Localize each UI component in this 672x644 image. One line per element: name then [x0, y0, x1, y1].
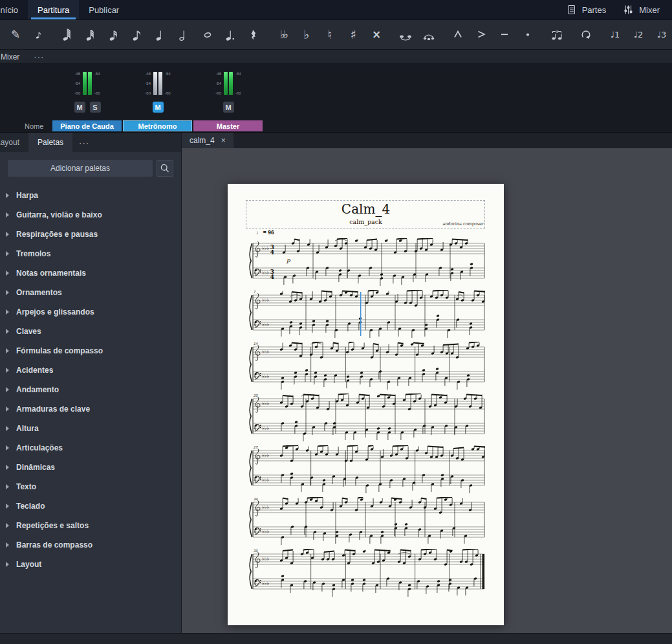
expand-arrow-icon[interactable]	[6, 484, 9, 489]
duration-eighth-button[interactable]	[126, 24, 149, 46]
duration-half-button[interactable]	[173, 24, 196, 46]
flip-direction-button[interactable]	[574, 24, 598, 46]
mixer-overflow-menu-icon[interactable]: ···	[30, 51, 48, 62]
palette-item[interactable]: Notas ornamentais	[0, 263, 181, 283]
flat-button[interactable]: ♭	[295, 24, 318, 46]
score-composer[interactable]: andorina.composer	[442, 221, 484, 227]
search-palettes-button[interactable]	[157, 160, 173, 177]
palette-item[interactable]: Layout	[0, 555, 181, 574]
music-system[interactable]: ♭♭♭♭♭♭20	[249, 394, 485, 443]
expand-arrow-icon[interactable]	[6, 309, 9, 315]
palette-item[interactable]: Armaduras de clave	[0, 399, 181, 419]
expand-arrow-icon[interactable]	[6, 251, 9, 256]
augmentation-dot-button[interactable]	[219, 24, 243, 46]
expand-arrow-icon[interactable]	[6, 426, 9, 431]
music-system[interactable]: ♭♭♭♭♭♭27	[249, 445, 485, 494]
expand-arrow-icon[interactable]	[6, 523, 9, 528]
mixer-channel[interactable]: -48-54-60 -54-60 M S Piano de Cauda	[52, 64, 122, 132]
duration-16th-button[interactable]	[103, 24, 126, 46]
panel-overflow-menu-icon[interactable]: ···	[72, 133, 96, 152]
palette-item[interactable]: Andamento	[0, 380, 181, 399]
solo-button[interactable]: S	[90, 102, 101, 113]
parts-button[interactable]: Partes	[558, 0, 615, 19]
expand-arrow-icon[interactable]	[6, 232, 9, 237]
tab-paletas[interactable]: Paletas	[28, 133, 72, 152]
expand-arrow-icon[interactable]	[6, 271, 9, 276]
expand-arrow-icon[interactable]	[6, 562, 9, 567]
duration-whole-button[interactable]	[196, 24, 219, 46]
marcato-button[interactable]	[446, 24, 470, 46]
palette-item[interactable]: Altura	[0, 419, 181, 438]
double-flat-button[interactable]: ♭♭	[272, 24, 295, 46]
palette-item[interactable]: Claves	[0, 322, 181, 341]
music-system[interactable]: ♭♭♭♭♭♭3434p	[249, 238, 485, 287]
expand-arrow-icon[interactable]	[6, 368, 9, 373]
expand-arrow-icon[interactable]	[6, 290, 9, 295]
duration-32nd-button[interactable]	[80, 24, 103, 46]
palette-item[interactable]: Arpejos e glissandos	[0, 302, 181, 322]
mute-button[interactable]: M	[153, 102, 164, 113]
voice-3-button[interactable]: ♩3	[650, 24, 672, 46]
music-system[interactable]: ♭♭♭♭♭♭7	[249, 290, 485, 339]
duration-quarter-button[interactable]	[149, 24, 173, 46]
score-title[interactable]: Calm_4	[228, 201, 504, 217]
mixer-channel[interactable]: -48-54-60 -54-60 M Master	[193, 64, 263, 132]
expand-arrow-icon[interactable]	[6, 445, 9, 450]
expand-arrow-icon[interactable]	[6, 387, 9, 392]
music-system[interactable]: ♭♭♭♭♭♭39	[249, 549, 485, 598]
channel-name[interactable]: Piano de Cauda	[52, 120, 122, 131]
sharp-button[interactable]: ♯	[341, 24, 365, 46]
expand-arrow-icon[interactable]	[6, 212, 9, 217]
tie-button[interactable]	[394, 24, 417, 46]
mixer-channel[interactable]: -48-54-60 -54-60 M Metrônomo	[123, 64, 193, 132]
tenuto-button[interactable]	[493, 24, 516, 46]
rest-button[interactable]	[243, 24, 266, 46]
menu-tab-publicar[interactable]: Publicar	[79, 0, 129, 19]
palette-item[interactable]: Acidentes	[0, 361, 181, 380]
channel-name[interactable]: Metrônomo	[123, 120, 192, 131]
mixer-toggle-button[interactable]: Mixer	[614, 0, 668, 19]
expand-arrow-icon[interactable]	[6, 329, 9, 334]
music-system[interactable]: ♭♭♭♭♭♭34	[249, 497, 485, 546]
palette-item[interactable]: Articulações	[0, 438, 181, 458]
accent-button[interactable]	[470, 24, 493, 46]
close-tab-icon[interactable]: ×	[221, 137, 226, 144]
tab-layout[interactable]: Layout	[0, 133, 28, 152]
mute-button[interactable]: M	[74, 102, 85, 113]
natural-button[interactable]: ♮	[318, 24, 341, 46]
palette-item[interactable]: Tremolos	[0, 244, 181, 263]
note-input-button[interactable]: ✎	[4, 24, 27, 46]
palette-item[interactable]: Guitarra, violão e baixo	[0, 205, 181, 225]
palette-item[interactable]: Ornamentos	[0, 283, 181, 302]
palette-item[interactable]: Dinâmicas	[0, 458, 181, 477]
note-input-mode-button[interactable]	[27, 24, 50, 46]
expand-arrow-icon[interactable]	[6, 542, 9, 548]
staccato-button[interactable]	[516, 24, 539, 46]
palette-item[interactable]: Repetições e saltos	[0, 516, 181, 535]
document-tab[interactable]: calm_4 ×	[182, 133, 233, 148]
palette-item[interactable]: Fórmulas de compasso	[0, 341, 181, 361]
score-page[interactable]: Calm_4 calm_pack andorina.composer ♩ = 9…	[228, 184, 504, 625]
music-system[interactable]: ♭♭♭♭♭♭14	[249, 342, 485, 391]
voice-1-button[interactable]: ♩1	[603, 24, 627, 46]
tuplet-button[interactable]	[545, 24, 569, 46]
add-palettes-button[interactable]: Adicionar paletas	[8, 160, 153, 177]
voice-2-button[interactable]: ♩2	[627, 24, 650, 46]
channel-name[interactable]: Master	[193, 120, 263, 131]
mute-button[interactable]: M	[223, 102, 234, 113]
palette-item[interactable]: Harpa	[0, 186, 181, 205]
expand-arrow-icon[interactable]	[6, 406, 9, 412]
palette-item[interactable]: Respirações e pausas	[0, 225, 181, 244]
menu-tab-partitura[interactable]: Partitura	[28, 0, 79, 19]
double-sharp-button[interactable]: ×	[365, 24, 388, 46]
expand-arrow-icon[interactable]	[6, 348, 9, 353]
expand-arrow-icon[interactable]	[6, 504, 9, 509]
slur-button[interactable]	[417, 24, 440, 46]
expand-arrow-icon[interactable]	[6, 193, 9, 198]
menu-tab-inicio[interactable]: Início	[0, 0, 28, 19]
palette-item[interactable]: Teclado	[0, 496, 181, 516]
palette-item[interactable]: Barras de compasso	[0, 535, 181, 555]
score-view[interactable]: Calm_4 calm_pack andorina.composer ♩ = 9…	[182, 148, 672, 633]
expand-arrow-icon[interactable]	[6, 465, 9, 470]
duration-64th-button[interactable]	[56, 24, 80, 46]
